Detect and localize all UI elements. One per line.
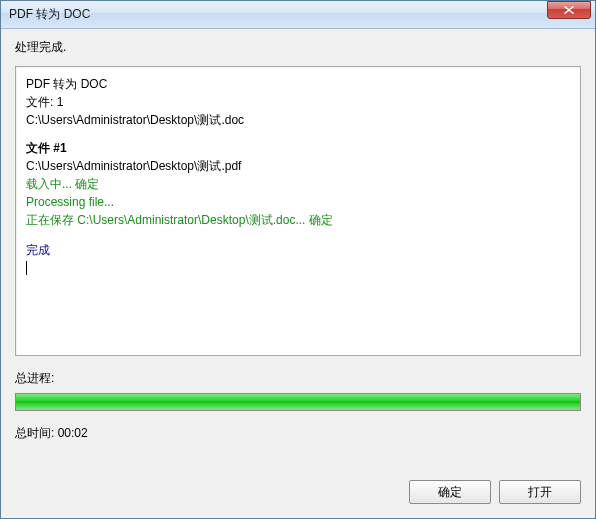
close-icon: [564, 6, 574, 14]
progress-bar: [15, 393, 581, 411]
total-time: 总时间: 00:02: [15, 425, 581, 442]
window-title: PDF 转为 DOC: [9, 6, 547, 23]
open-button[interactable]: 打开: [499, 480, 581, 504]
button-row: 确定 打开: [15, 462, 581, 504]
close-button[interactable]: [547, 1, 591, 19]
log-processing-line: Processing file...: [26, 193, 570, 211]
log-output-path: C:\Users\Administrator\Desktop\测试.doc: [26, 111, 570, 129]
progress-label: 总进程:: [15, 370, 581, 387]
client-area: 处理完成. PDF 转为 DOC 文件: 1 C:\Users\Administ…: [1, 29, 595, 518]
dialog-window: PDF 转为 DOC 处理完成. PDF 转为 DOC 文件: 1 C:\Use…: [0, 0, 596, 519]
ok-button[interactable]: 确定: [409, 480, 491, 504]
time-value: 00:02: [58, 426, 88, 440]
progress-fill: [16, 394, 580, 410]
log-input-path: C:\Users\Administrator\Desktop\测试.pdf: [26, 157, 570, 175]
log-saving-line: 正在保存 C:\Users\Administrator\Desktop\测试.d…: [26, 211, 570, 229]
text-cursor: [26, 261, 27, 275]
time-label: 总时间:: [15, 426, 54, 440]
log-loading-line: 载入中... 确定: [26, 175, 570, 193]
log-done-line: 完成: [26, 241, 570, 259]
log-header-title: PDF 转为 DOC: [26, 75, 570, 93]
status-text: 处理完成.: [15, 39, 581, 56]
log-file-heading: 文件 #1: [26, 139, 570, 157]
log-files-count: 文件: 1: [26, 93, 570, 111]
log-textarea[interactable]: PDF 转为 DOC 文件: 1 C:\Users\Administrator\…: [15, 66, 581, 356]
titlebar: PDF 转为 DOC: [1, 1, 595, 29]
